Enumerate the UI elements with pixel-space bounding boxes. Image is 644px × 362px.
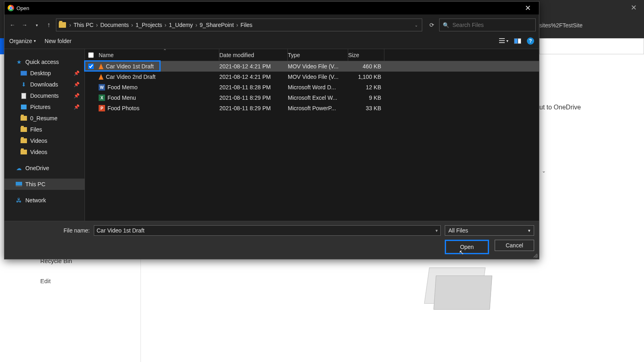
- search-box[interactable]: 🔍: [439, 19, 536, 31]
- column-size[interactable]: Size: [348, 49, 384, 61]
- sidebar-label: Desktop: [30, 70, 51, 76]
- file-type: Microsoft Word D...: [288, 84, 348, 90]
- chrome-icon: [8, 5, 14, 11]
- breadcrumb-item[interactable]: Documents: [100, 22, 129, 28]
- select-all-checkbox[interactable]: [88, 52, 94, 58]
- word-file-icon: [99, 84, 105, 90]
- breadcrumb-sep-icon: ›: [165, 22, 167, 28]
- sidebar-label: Files: [30, 126, 42, 133]
- chevron-down-icon: ▾: [506, 39, 508, 43]
- nav-back-button[interactable]: ←: [8, 20, 17, 30]
- open-button-highlight: Open: [445, 240, 489, 254]
- chevron-down-icon: ▾: [528, 228, 530, 233]
- organize-button[interactable]: Organize ▾: [9, 38, 36, 44]
- file-name: Food Memo: [107, 84, 138, 90]
- document-icon: [21, 93, 26, 99]
- file-size: 460 KB: [348, 63, 384, 70]
- sidebar-item-videos[interactable]: Videos: [4, 135, 85, 146]
- pin-icon: 📌: [74, 70, 80, 76]
- file-row[interactable]: Car Video 2nd Draft2021-08-12 4:21 PMMOV…: [85, 72, 539, 82]
- sidebar-item-downloads[interactable]: ⬇ Downloads 📌: [4, 79, 85, 90]
- address-bar[interactable]: › This PC›Documents›1_Projects›1_Udemy›9…: [56, 19, 422, 31]
- filename-input[interactable]: [97, 227, 436, 234]
- pictures-icon: [21, 105, 27, 109]
- column-headers: Name Date modified Type Size: [85, 49, 539, 61]
- open-button[interactable]: Open: [447, 242, 487, 252]
- refresh-button[interactable]: ⟳: [427, 20, 437, 30]
- sidebar-label: Downloads: [30, 81, 58, 88]
- file-size: 33 KB: [348, 105, 384, 111]
- file-name: Food Menu: [107, 95, 136, 101]
- filename-input-wrap[interactable]: ▾: [94, 225, 441, 236]
- bg-edit[interactable]: Edit: [40, 278, 51, 284]
- breadcrumb-item[interactable]: 9_SharePoint: [200, 22, 234, 28]
- file-row[interactable]: Food Menu2021-08-11 8:29 PMMicrosoft Exc…: [85, 93, 539, 103]
- folder-icon: [21, 138, 27, 143]
- file-type: MOV Video File (V...: [288, 63, 348, 70]
- file-row[interactable]: Food Memo2021-08-11 8:28 PMMicrosoft Wor…: [85, 82, 539, 93]
- file-type: Microsoft PowerP...: [288, 105, 348, 111]
- address-dropdown-icon[interactable]: ⌄: [415, 23, 418, 27]
- filename-dropdown-icon[interactable]: ▾: [436, 228, 438, 233]
- nav-forward-button[interactable]: →: [20, 20, 29, 30]
- file-checkbox[interactable]: [88, 64, 94, 69]
- sidebar-item-videos[interactable]: Videos: [4, 146, 85, 158]
- sidebar-label: Videos: [30, 138, 47, 144]
- dialog-close-button[interactable]: ✕: [520, 4, 536, 12]
- column-type[interactable]: Type: [288, 49, 348, 61]
- file-name: Food Photos: [107, 105, 139, 111]
- sidebar-item-this-pc[interactable]: This PC: [4, 179, 85, 190]
- file-size: 1,100 KB: [348, 74, 384, 80]
- new-folder-button[interactable]: New folder: [45, 38, 72, 44]
- toolbar: Organize ▾ New folder ▾ ?: [4, 33, 539, 49]
- breadcrumb-item[interactable]: This PC: [74, 22, 94, 28]
- sidebar-item-pictures[interactable]: Pictures 📌: [4, 101, 85, 113]
- bg-caret-icon[interactable]: ⌄: [542, 168, 546, 174]
- resize-grip[interactable]: [534, 254, 538, 258]
- file-date: 2021-08-11 8:28 PM: [219, 84, 288, 90]
- star-icon: ★: [16, 59, 22, 65]
- network-icon: 🖧: [16, 197, 22, 204]
- ppt-file-icon: [99, 105, 105, 111]
- sidebar-item-documents[interactable]: Documents 📌: [4, 90, 85, 101]
- breadcrumb-sep-icon: ›: [236, 22, 238, 28]
- bg-search-field[interactable]: [539, 38, 644, 54]
- vlc-file-icon: [99, 74, 103, 80]
- breadcrumb-item[interactable]: Files: [241, 22, 253, 28]
- sidebar-item-quick-access[interactable]: ★ Quick access: [4, 56, 85, 68]
- breadcrumb-item[interactable]: 1_Udemy: [169, 22, 193, 28]
- pin-icon: 📌: [74, 104, 80, 110]
- filename-label: File name:: [9, 227, 90, 234]
- sidebar-item-desktop[interactable]: Desktop 📌: [4, 68, 85, 79]
- file-date: 2021-08-12 4:21 PM: [219, 74, 288, 80]
- sidebar-item-onedrive[interactable]: ☁ OneDrive: [4, 162, 85, 174]
- help-button[interactable]: ?: [527, 37, 534, 45]
- column-date[interactable]: Date modified: [219, 49, 288, 61]
- sidebar-item-resume[interactable]: 0_Resume: [4, 113, 85, 124]
- file-list: Name Date modified Type Size Car Video 1…: [85, 49, 539, 221]
- breadcrumb-item[interactable]: 1_Projects: [136, 22, 162, 28]
- file-row[interactable]: Food Photos2021-08-11 8:29 PMMicrosoft P…: [85, 103, 539, 113]
- bg-window-close-icon[interactable]: ✕: [631, 3, 637, 12]
- organize-label: Organize: [9, 38, 32, 44]
- nav-recent-dropdown[interactable]: ▾: [32, 20, 41, 30]
- sidebar-label: This PC: [25, 181, 45, 187]
- sidebar-label: Documents: [30, 93, 59, 99]
- preview-pane-button[interactable]: [514, 38, 521, 44]
- pin-icon: 📌: [74, 93, 80, 99]
- cloud-icon: ☁: [16, 165, 22, 171]
- file-row[interactable]: Car Video 1st Draft2021-08-12 4:21 PMMOV…: [85, 61, 539, 72]
- nav-up-button[interactable]: ↑: [44, 20, 54, 30]
- cancel-button[interactable]: Cancel: [495, 240, 534, 251]
- file-date: 2021-08-11 8:29 PM: [219, 95, 288, 101]
- breadcrumb-sep-icon: ›: [96, 22, 98, 28]
- view-mode-button[interactable]: ▾: [499, 38, 508, 44]
- search-input[interactable]: [452, 22, 532, 28]
- column-name[interactable]: Name: [99, 49, 219, 61]
- search-icon: 🔍: [443, 22, 449, 28]
- file-type-filter[interactable]: All Files ▾: [445, 225, 534, 236]
- file-open-dialog: Open ✕ ← → ▾ ↑ › This PC›Documents›1_Pro…: [4, 1, 539, 259]
- sidebar-item-network[interactable]: 🖧 Network: [4, 195, 85, 206]
- sidebar-item-files[interactable]: Files: [4, 124, 85, 135]
- pin-icon: 📌: [74, 82, 80, 87]
